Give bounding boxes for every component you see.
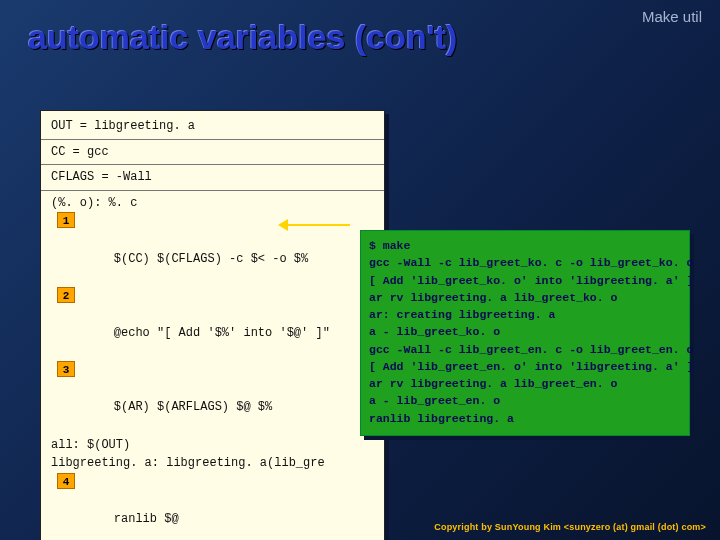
step-badge-2: 2 [57, 287, 75, 303]
term-line: gcc -Wall -c lib_greet_en. c -o lib_gree… [369, 341, 681, 358]
term-line: a - lib_greet_en. o [369, 392, 681, 409]
code-text: $(AR) $(ARFLAGS) $@ $% [114, 400, 272, 414]
term-line: a - lib_greet_ko. o [369, 323, 681, 340]
makefile-code-box: OUT = libgreeting. a CC = gcc CFLAGS = -… [40, 110, 385, 540]
terminal-output-box: $ make gcc -Wall -c lib_greet_ko. c -o l… [360, 230, 690, 436]
step-badge-3: 3 [57, 361, 75, 377]
term-line: ar rv libgreeting. a lib_greet_en. o [369, 375, 681, 392]
term-line: [ Add 'lib_greet_en. o' into 'libgreetin… [369, 358, 681, 375]
term-line: ar: creating libgreeting. a [369, 306, 681, 323]
header-label: Make util [642, 8, 702, 25]
copyright-footer: Copyright by SunYoung Kim <sunyzero (at)… [434, 522, 706, 532]
arrow-icon [280, 224, 350, 226]
code-line: 3 $(AR) $(ARFLAGS) $@ $% [51, 361, 374, 435]
step-badge-4: 4 [57, 473, 75, 489]
code-line: (%. o): %. c [51, 194, 374, 213]
code-line: all: $(OUT) [51, 436, 374, 455]
code-line: 4 ranlib $@ [51, 473, 374, 540]
code-text: $(CC) $(CFLAGS) -c $< -o $% [114, 252, 308, 266]
code-line: libgreeting. a: libgreeting. a(lib_gre [51, 454, 374, 473]
code-text: @echo "[ Add '$%' into '$@' ]" [114, 326, 330, 340]
code-text: ranlib $@ [114, 512, 179, 526]
term-line: [ Add 'lib_greet_ko. o' into 'libgreetin… [369, 272, 681, 289]
step-badge-1: 1 [57, 212, 75, 228]
term-line: ar rv libgreeting. a lib_greet_ko. o [369, 289, 681, 306]
divider [41, 139, 384, 140]
term-line: $ make [369, 237, 681, 254]
divider [41, 190, 384, 191]
code-line: CC = gcc [51, 143, 374, 162]
divider [41, 164, 384, 165]
term-line: gcc -Wall -c lib_greet_ko. c -o lib_gree… [369, 254, 681, 271]
term-line: ranlib libgreeting. a [369, 410, 681, 427]
code-line: OUT = libgreeting. a [51, 117, 374, 136]
code-line: CFLAGS = -Wall [51, 168, 374, 187]
code-line: 2 @echo "[ Add '$%' into '$@' ]" [51, 287, 374, 361]
slide-title: automatic variables (con't) [28, 18, 457, 57]
